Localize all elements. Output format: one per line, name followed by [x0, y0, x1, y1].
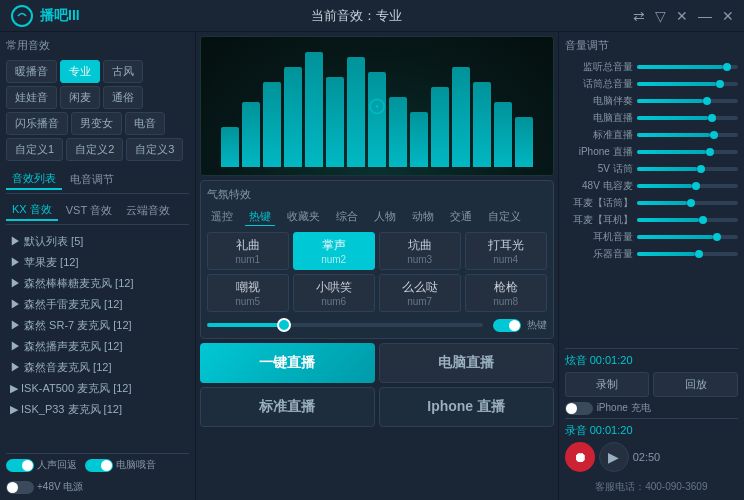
effect-card-么么哒[interactable]: 么么哒 num7	[379, 274, 461, 312]
effect-list-item[interactable]: ▶ ISK_P33 麦克风 [12]	[6, 399, 189, 420]
settings-icon[interactable]: ✕	[676, 8, 688, 24]
volume-fill	[637, 201, 688, 205]
volume-slider[interactable]	[637, 99, 738, 103]
effects-tab-自定义[interactable]: 自定义	[484, 208, 525, 226]
volume-row: 5V 话筒	[565, 162, 738, 176]
sync-icon[interactable]: ⇄	[633, 8, 645, 24]
preset-btn-娃娃音[interactable]: 娃娃音	[6, 86, 57, 109]
record-button[interactable]: 录制	[565, 372, 650, 397]
effect-list-item[interactable]: ▶ 森然音麦克风 [12]	[6, 357, 189, 378]
volume-slider[interactable]	[637, 82, 738, 86]
effect-card-小哄笑[interactable]: 小哄笑 num6	[293, 274, 375, 312]
tab-eq[interactable]: 电音调节	[64, 169, 120, 190]
play-button[interactable]: 回放	[653, 372, 738, 397]
effect-list-item[interactable]: ▶ 森然 SR-7 麦克风 [12]	[6, 315, 189, 336]
effects-tab-遥控[interactable]: 遥控	[207, 208, 237, 226]
preset-btn-闪乐播音[interactable]: 闪乐播音	[6, 112, 68, 135]
volume-slider[interactable]	[637, 252, 738, 256]
volume-label: 耳麦【话筒】	[565, 196, 633, 210]
preset-btn-通俗[interactable]: 通俗	[103, 86, 143, 109]
effects-tab-交通[interactable]: 交通	[446, 208, 476, 226]
toggle-pill[interactable]	[6, 459, 34, 472]
effects-tab-收藏夹[interactable]: 收藏夹	[283, 208, 324, 226]
volume-row: 耳麦【话筒】	[565, 196, 738, 210]
effect-card-枪枪[interactable]: 枪枪 num8	[465, 274, 547, 312]
viz-bar	[284, 67, 302, 167]
hotkey-toggle[interactable]	[493, 319, 521, 332]
viz-bar	[305, 52, 323, 167]
effect-list-item[interactable]: ▶ 森然棒棒糖麦克风 [12]	[6, 273, 189, 294]
bottom-btn-电脑直播[interactable]: 电脑直播	[379, 343, 554, 383]
subtab-cloud[interactable]: 云端音效	[120, 200, 176, 221]
effect-card-掌声[interactable]: 掌声 num2	[293, 232, 375, 270]
effect-card-打耳光[interactable]: 打耳光 num4	[465, 232, 547, 270]
toggle-pill[interactable]	[85, 459, 113, 472]
bottom-btn-标准直播[interactable]: 标准直播	[200, 387, 375, 427]
record-play-button[interactable]: ▶	[599, 442, 629, 472]
volume-label: 48V 电容麦	[565, 179, 633, 193]
volume-slider[interactable]	[637, 235, 738, 239]
volume-fill	[637, 133, 710, 137]
close-icon[interactable]: ✕	[722, 8, 734, 24]
volume-slider[interactable]	[637, 133, 738, 137]
preset-btn-自定义2[interactable]: 自定义2	[66, 138, 123, 161]
tab-effect-list[interactable]: 音效列表	[6, 169, 62, 190]
svg-point-0	[12, 6, 32, 26]
preset-btn-电音[interactable]: 电音	[125, 112, 165, 135]
preset-btn-专业[interactable]: 专业	[60, 60, 100, 83]
effect-card-key: num4	[472, 254, 540, 265]
effect-list-item[interactable]: ▶ ISK-AT500 麦克风 [12]	[6, 378, 189, 399]
subtab-vst[interactable]: VST 音效	[60, 200, 118, 221]
volume-slider[interactable]	[637, 218, 738, 222]
volume-row: 电脑伴奏	[565, 94, 738, 108]
volume-label: 标准直播	[565, 128, 633, 142]
volume-slider[interactable]	[637, 201, 738, 205]
preset-btn-闲麦[interactable]: 闲麦	[60, 86, 100, 109]
viz-bar	[389, 97, 407, 167]
preset-btn-男变女[interactable]: 男变女	[71, 112, 122, 135]
effects-slider[interactable]	[207, 323, 483, 327]
right-section-title: 音量调节	[565, 38, 738, 53]
volume-fill	[637, 252, 696, 256]
effects-tab-综合[interactable]: 综合	[332, 208, 362, 226]
volume-slider[interactable]	[637, 184, 738, 188]
effects-tab-热键[interactable]: 热键	[245, 208, 275, 226]
preset-btn-暖播音[interactable]: 暖播音	[6, 60, 57, 83]
minimize-icon[interactable]: —	[698, 8, 712, 24]
iphone-toggle-pill[interactable]	[565, 402, 593, 415]
volume-slider[interactable]	[637, 167, 738, 171]
effect-card-key: num8	[472, 296, 540, 307]
volume-section: 监听总音量 话筒总音量 电脑伴奏 电脑直播 标准直播 iPhone 直播	[565, 60, 738, 344]
effect-list-item[interactable]: ▶ 默认列表 [5]	[6, 231, 189, 252]
effects-tab-动物[interactable]: 动物	[408, 208, 438, 226]
title-bar: 播吧III 当前音效：专业 ⇄ ▽ ✕ — ✕	[0, 0, 744, 32]
preset-btn-自定义1[interactable]: 自定义1	[6, 138, 63, 161]
effect-card-嘲视[interactable]: 嘲视 num5	[207, 274, 289, 312]
effect-list-item[interactable]: ▶ 苹果麦 [12]	[6, 252, 189, 273]
list-tabs-row: 音效列表 电音调节	[6, 169, 189, 194]
effect-card-坑曲[interactable]: 坑曲 num3	[379, 232, 461, 270]
effect-list-item[interactable]: ▶ 森然播声麦克风 [12]	[6, 336, 189, 357]
preset-btn-古风[interactable]: 古风	[103, 60, 143, 83]
effect-card-礼曲[interactable]: 礼曲 num1	[207, 232, 289, 270]
volume-slider[interactable]	[637, 150, 738, 154]
effects-tab-人物[interactable]: 人物	[370, 208, 400, 226]
left-section-title: 常用音效	[6, 38, 189, 53]
volume-slider[interactable]	[637, 116, 738, 120]
effect-list-item[interactable]: ▶ 森然手雷麦克风 [12]	[6, 294, 189, 315]
effect-card-key: num3	[386, 254, 454, 265]
viz-bar	[515, 117, 533, 167]
toggle-label: 电脑哦音	[116, 458, 156, 472]
dropdown-icon[interactable]: ▽	[655, 8, 666, 24]
subtab-kx[interactable]: KX 音效	[6, 200, 58, 221]
toggle-pill[interactable]	[6, 481, 34, 494]
viz-bar	[473, 82, 491, 167]
bottom-btn-Iphone 直播[interactable]: Iphone 直播	[379, 387, 554, 427]
glow-section: 炫音 00:01:20 录制 回放 iPhone 充电 录音 00:01:20 …	[565, 348, 738, 476]
volume-slider[interactable]	[637, 65, 738, 69]
record-start-button[interactable]: ⏺	[565, 442, 595, 472]
effect-card-name: 掌声	[300, 237, 368, 254]
bottom-btn-一键直播[interactable]: 一键直播	[200, 343, 375, 383]
preset-btn-自定义3[interactable]: 自定义3	[126, 138, 183, 161]
left-panel: 常用音效 暖播音专业古风娃娃音闲麦通俗闪乐播音男变女电音自定义1自定义2自定义3…	[0, 32, 196, 500]
